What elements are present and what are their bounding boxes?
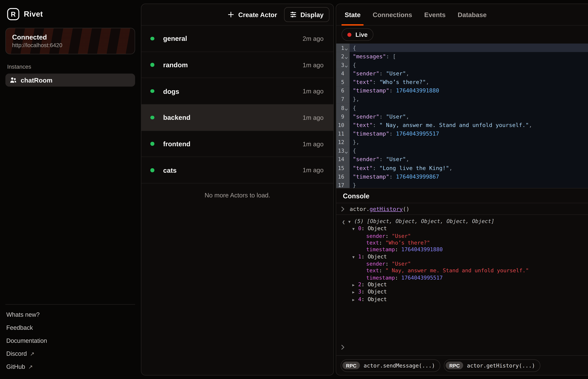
triangle-expanded-icon[interactable]: ▼ — [352, 254, 358, 261]
plus-icon — [228, 11, 234, 18]
inspector-panel: StateConnectionsEventsDatabase Running L… — [336, 4, 588, 376]
actor-list-toolbar: Create Actor Display — [141, 4, 334, 26]
display-button[interactable]: Display — [284, 7, 329, 22]
instances-label: Instances — [7, 64, 133, 70]
actor-row-general[interactable]: general2m ago — [141, 26, 334, 52]
rpc-label: actor.getHistory(...) — [467, 362, 535, 368]
footer-link-github[interactable]: GitHub↗ — [5, 360, 135, 373]
triangle-collapsed-icon[interactable]: ▶ — [352, 289, 358, 296]
fold-chevron-icon[interactable] — [344, 61, 348, 69]
brand-logo: R Rivet — [5, 4, 135, 23]
console-tree-line: text: " Nay, answer me. Stand and unfold… — [336, 268, 588, 274]
console-input-row[interactable] — [336, 342, 588, 355]
editor-line-1: 1{ — [336, 44, 588, 52]
actor-rows: general2m agorandom1m agodogs1m agobacke… — [141, 26, 334, 184]
actor-row-backend[interactable]: backend1m ago — [141, 105, 334, 131]
actor-name: backend — [163, 114, 191, 121]
status-dot-icon — [150, 142, 154, 146]
connection-url: http://localhost:6420 — [12, 42, 128, 48]
tab-connections[interactable]: Connections — [370, 4, 415, 25]
connection-card: Connected http://localhost:6420 — [5, 28, 135, 54]
instance-name: chatRoom — [21, 77, 53, 84]
actor-row-random[interactable]: random1m ago — [141, 52, 334, 78]
status-dot-icon — [150, 63, 154, 67]
state-json-editor[interactable]: 1{2 "messages": [3 {4 "sender": "User",5… — [336, 44, 588, 188]
rpc-button-actor-sendmessage-[interactable]: RPCactor.sendMessage(...) — [341, 359, 440, 372]
editor-line-10: 10 "text": " Nay, answer me. Stand and u… — [336, 121, 588, 129]
console-tree-line: timestamp: 1764043995517 — [336, 274, 588, 282]
actor-name: random — [163, 61, 188, 69]
actor-list-panel: Create Actor Display general2m agorandom… — [141, 4, 334, 376]
console-result-summary[interactable]: ▼(5) [Object, Object, Object, Object, Ob… — [336, 218, 588, 225]
tab-events[interactable]: Events — [421, 4, 449, 25]
console-tree-line: text: "Who’s there?" — [336, 239, 588, 247]
footer-link-whats-new-[interactable]: Whats new? — [5, 308, 135, 321]
tab-database[interactable]: Database — [455, 4, 490, 25]
console-title: Console — [343, 192, 369, 199]
footer-link-discord[interactable]: Discord↗ — [5, 347, 135, 360]
footer-link-feedback[interactable]: Feedback — [5, 321, 135, 334]
console-tree-line[interactable]: ▶2: Object — [336, 281, 588, 289]
editor-line-9: 9 "sender": "User", — [336, 112, 588, 121]
actor-name: general — [163, 35, 187, 42]
prompt-chevron-icon — [341, 345, 345, 350]
editor-line-3: 3 { — [336, 61, 588, 69]
external-link-icon: ↗ — [28, 363, 33, 370]
editor-line-14: 14 "sender": "User", — [336, 155, 588, 164]
rpc-shortcut-bar: RPCactor.sendMessage(...)RPCactor.getHis… — [336, 355, 588, 375]
triangle-expanded-icon[interactable]: ▼ — [352, 226, 358, 233]
triangle-collapsed-icon[interactable]: ▶ — [352, 297, 358, 303]
status-dot-icon — [150, 168, 154, 172]
create-actor-button[interactable]: Create Actor — [223, 7, 282, 22]
fold-chevron-icon[interactable] — [344, 44, 348, 52]
actor-name: frontend — [163, 140, 191, 148]
app-window: R Rivet Connected http://localhost:6420 … — [0, 0, 588, 379]
rivet-logo-icon: R — [7, 8, 19, 20]
actor-last-seen: 1m ago — [302, 114, 323, 121]
actor-row-frontend[interactable]: frontend1m ago — [141, 131, 334, 157]
sidebar-item-chatroom[interactable]: chatRoom — [5, 74, 135, 87]
actor-row-dogs[interactable]: dogs1m ago — [141, 78, 334, 105]
status-dot-icon — [150, 37, 154, 40]
actor-last-seen: 1m ago — [302, 140, 323, 147]
editor-line-11: 11 "timestamp": 1764043995517 — [336, 129, 588, 138]
console-tree-line[interactable]: ▼0: Object — [336, 225, 588, 233]
triangle-expanded-icon[interactable]: ▼ — [348, 219, 354, 225]
editor-line-7: 7 }, — [336, 95, 588, 104]
rpc-button-actor-gethistory-[interactable]: RPCactor.getHistory(...) — [444, 359, 540, 372]
tab-state[interactable]: State — [342, 4, 364, 25]
live-badge[interactable]: Live — [342, 28, 373, 41]
status-dot-icon — [150, 89, 154, 93]
actor-last-seen: 2m ago — [302, 35, 323, 42]
sliders-icon — [290, 11, 297, 18]
console-command: actor.getHistory() — [350, 206, 410, 212]
editor-line-4: 4 "sender": "User", — [336, 69, 588, 78]
editor-line-12: 12 }, — [336, 138, 588, 147]
editor-line-8: 8 { — [336, 104, 588, 112]
end-of-list-message: No more Actors to load. — [141, 184, 334, 207]
triangle-collapsed-icon[interactable]: ▶ — [352, 282, 358, 289]
console-tree-line[interactable]: ▶3: Object — [336, 289, 588, 296]
editor-line-6: 6 "timestamp": 1764043991880 — [336, 86, 588, 95]
return-arrow-icon: ❮ — [342, 219, 345, 226]
editor-line-5: 5 "text": "Who’s there?", — [336, 78, 588, 86]
external-link-icon: ↗ — [30, 350, 34, 357]
console-command-row: actor.getHistory() — [336, 203, 588, 215]
console-header[interactable]: Console — [336, 188, 588, 203]
actor-row-cats[interactable]: cats1m ago — [141, 157, 334, 184]
console-tree-line[interactable]: ▶4: Object — [336, 296, 588, 303]
console-tree-line: sender: "User" — [336, 261, 588, 268]
actor-last-seen: 1m ago — [302, 61, 323, 68]
users-icon — [10, 77, 16, 83]
rpc-badge: RPC — [342, 362, 360, 369]
sidebar-footer-links: Whats new?FeedbackDocumentationDiscord↗G… — [5, 308, 135, 373]
console-output: ❮▼(5) [Object, Object, Object, Object, O… — [336, 215, 588, 342]
console-tree-line[interactable]: ▼1: Object — [336, 253, 588, 261]
fold-chevron-icon[interactable] — [344, 147, 348, 155]
footer-link-documentation[interactable]: Documentation — [5, 334, 135, 347]
sidebar: R Rivet Connected http://localhost:6420 … — [0, 0, 141, 379]
state-toolbar: Live — [336, 26, 588, 44]
inspector-tabs: StateConnectionsEventsDatabase Running — [336, 4, 588, 26]
fold-chevron-icon[interactable] — [344, 104, 348, 112]
fold-chevron-icon[interactable] — [344, 52, 348, 61]
